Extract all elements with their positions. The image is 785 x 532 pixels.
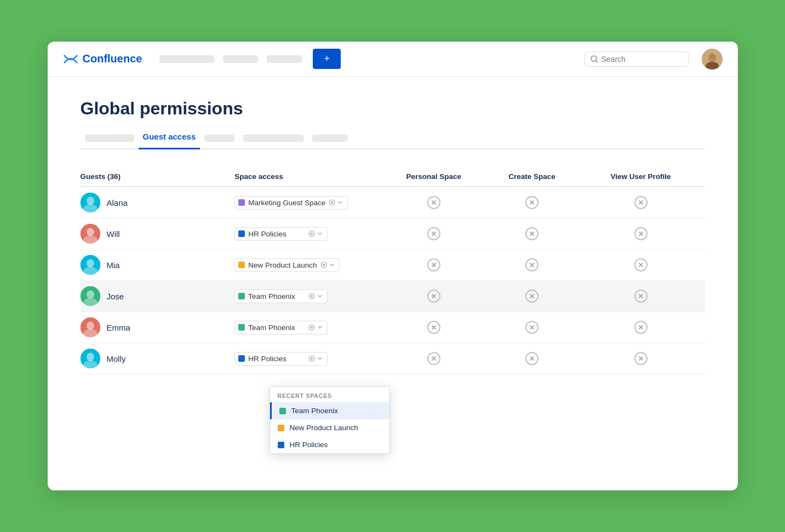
- create-button[interactable]: +: [313, 49, 341, 69]
- perm-personal-jose[interactable]: [389, 290, 478, 303]
- user-avatar[interactable]: [702, 49, 723, 70]
- space-pill-molly[interactable]: HR Policies: [234, 352, 328, 366]
- perm-view-will[interactable]: [586, 227, 696, 240]
- settings-icon: [320, 262, 327, 268]
- user-name-mia: Mia: [107, 261, 120, 270]
- space-label-mia: New Product Launch: [248, 261, 317, 269]
- search-box[interactable]: [585, 51, 689, 67]
- user-name-alana: Alana: [107, 198, 128, 207]
- dropdown-section-label: Recent Spaces: [270, 387, 389, 402]
- space-label-molly: HR Policies: [248, 355, 305, 363]
- col-header-guests: Guests (36): [81, 167, 235, 187]
- x-circle-personal-alana: [427, 196, 440, 209]
- space-color-emma: [238, 324, 245, 331]
- x-circle-create-will: [525, 227, 538, 240]
- guest-cell-emma: Emma: [81, 317, 226, 337]
- perm-create-molly[interactable]: [487, 352, 576, 365]
- space-pill-jose[interactable]: Team Phoenix: [234, 290, 328, 303]
- perm-view-jose[interactable]: [586, 290, 696, 303]
- perm-personal-mia[interactable]: [389, 258, 478, 271]
- table-row-molly: Molly HR Policies: [81, 343, 705, 374]
- perm-view-mia[interactable]: [586, 258, 696, 271]
- perm-create-mia[interactable]: [487, 258, 576, 271]
- perm-personal-will[interactable]: [389, 227, 478, 240]
- user-name-jose: Jose: [107, 292, 124, 301]
- space-color-jose: [238, 293, 245, 299]
- user-avatar-icon-will: [81, 224, 100, 244]
- x-icon: [431, 262, 437, 268]
- x-icon: [638, 200, 644, 205]
- x-circle-create-jose: [525, 290, 538, 303]
- x-circle-view-emma: [634, 321, 648, 334]
- space-color-mia: [238, 262, 245, 268]
- x-icon: [431, 293, 437, 299]
- dropdown-item-label-1: New Product Launch: [290, 424, 358, 432]
- space-pill-will[interactable]: HR Policies: [234, 227, 328, 241]
- tab-pill-3: [243, 135, 303, 142]
- chevron-down-icon: [329, 262, 335, 268]
- x-icon: [431, 325, 437, 330]
- guest-cell-alana: Alana: [81, 193, 226, 212]
- perm-create-jose[interactable]: [487, 290, 576, 303]
- nav-pill-2: [223, 55, 258, 63]
- search-icon: [591, 55, 598, 63]
- perm-view-alana[interactable]: [586, 196, 696, 209]
- x-circle-create-molly: [525, 352, 538, 365]
- perm-view-molly[interactable]: [586, 352, 696, 365]
- user-avatar-alana: [81, 193, 100, 212]
- x-circle-create-mia: [525, 258, 538, 271]
- svg-point-11: [331, 201, 333, 204]
- x-circle-view-jose: [634, 290, 648, 303]
- x-icon: [529, 293, 535, 299]
- x-icon: [638, 356, 644, 361]
- space-pill-mia[interactable]: New Product Launch: [234, 258, 339, 272]
- svg-point-33: [323, 264, 325, 266]
- space-pill-icons-jose: [308, 293, 323, 299]
- dropdown-item-1[interactable]: New Product Launch: [270, 419, 389, 436]
- space-label-emma: Team Phoenix: [248, 323, 305, 332]
- space-color-molly: [238, 355, 245, 362]
- x-circle-personal-emma: [427, 321, 440, 334]
- dropdown-item-label-0: Team Phoenix: [291, 407, 339, 415]
- confluence-logo: Confluence: [63, 51, 142, 67]
- dropdown-color-0: [279, 408, 286, 414]
- x-icon: [431, 231, 437, 236]
- dropdown-item-0[interactable]: Team Phoenix: [270, 402, 389, 419]
- perm-personal-emma[interactable]: [389, 321, 478, 334]
- perm-create-alana[interactable]: [487, 196, 576, 209]
- x-circle-view-alana: [634, 196, 648, 209]
- table-row-will: Will HR Policies: [81, 218, 705, 250]
- space-label-jose: Team Phoenix: [248, 292, 305, 300]
- table-row-mia: Mia New Product Launch: [81, 250, 705, 281]
- svg-point-22: [311, 233, 313, 235]
- tab-pill-2: [204, 135, 234, 142]
- perm-create-emma[interactable]: [487, 321, 576, 334]
- space-pill-icons-emma: [308, 324, 323, 331]
- perm-create-will[interactable]: [487, 227, 576, 240]
- x-icon: [638, 231, 644, 236]
- svg-point-8: [87, 197, 94, 205]
- user-avatar-jose: [81, 286, 100, 306]
- x-circle-create-emma: [525, 321, 538, 334]
- svg-point-19: [87, 228, 94, 236]
- space-pill-emma[interactable]: Team Phoenix: [234, 321, 328, 334]
- confluence-logo-icon: [63, 51, 78, 67]
- search-input[interactable]: [601, 55, 678, 63]
- svg-point-55: [311, 326, 313, 328]
- x-circle-personal-mia: [427, 258, 440, 271]
- chevron-down-icon: [317, 231, 323, 236]
- space-pill-alana[interactable]: Marketing Guest Space: [234, 196, 348, 210]
- perm-view-emma[interactable]: [586, 321, 696, 334]
- user-avatar-icon-jose: [81, 286, 100, 306]
- perm-personal-alana[interactable]: [389, 196, 478, 209]
- x-icon: [638, 325, 644, 330]
- dropdown-color-1: [278, 425, 284, 431]
- user-avatar-icon-mia: [81, 255, 100, 275]
- dropdown-item-2[interactable]: HR Policies: [270, 436, 389, 453]
- dropdown-item-label-2: HR Policies: [290, 441, 328, 449]
- x-circle-personal-will: [427, 227, 440, 240]
- tab-pill-4: [312, 135, 348, 142]
- tab-guest-access[interactable]: Guest access: [139, 132, 200, 149]
- x-circle-view-mia: [634, 258, 648, 271]
- perm-personal-molly[interactable]: [389, 352, 478, 365]
